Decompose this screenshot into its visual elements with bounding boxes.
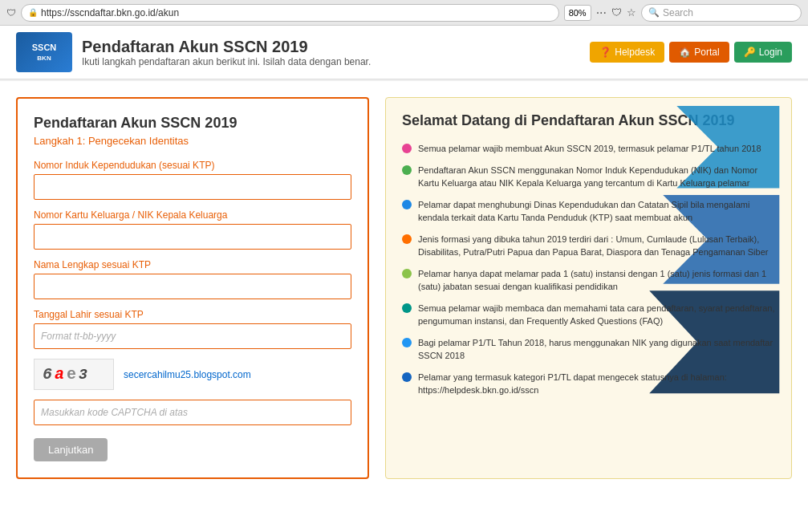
form-panel: Pendaftaran Akun SSCN 2019 Langkah 1: Pe…: [16, 97, 369, 479]
kk-input[interactable]: [34, 224, 351, 250]
form-step: Langkah 1: Pengecekan Identitas: [34, 135, 351, 147]
captcha-link[interactable]: secercahilmu25.blogspot.com: [124, 369, 251, 380]
tanggal-label: Tanggal Lahir sesuai KTP: [34, 309, 351, 320]
info-dot: [402, 303, 412, 313]
info-item-text: Jenis formasi yang dibuka tahun 2019 ter…: [418, 233, 775, 259]
lock-icon: 🔒: [28, 8, 38, 17]
captcha-text: 6ae3: [43, 365, 90, 384]
info-dot: [402, 372, 412, 382]
site-header: SSCNBKN Pendaftaran Akun SSCN 2019 Ikuti…: [0, 26, 808, 79]
info-dot: [402, 338, 412, 347]
page-wrapper: SSCNBKN Pendaftaran Akun SSCN 2019 Ikuti…: [0, 26, 808, 532]
header-left: SSCNBKN Pendaftaran Akun SSCN 2019 Ikuti…: [16, 32, 371, 72]
more-options-icon[interactable]: ···: [596, 6, 607, 20]
portal-icon: 🏠: [679, 47, 691, 58]
bookmark-icon[interactable]: ☆: [627, 6, 636, 18]
form-title: Pendaftaran Akun SSCN 2019: [34, 115, 351, 132]
nik-input[interactable]: [34, 174, 351, 200]
tanggal-group: Tanggal Lahir sesuai KTP: [34, 309, 351, 349]
kk-label: Nomor Kartu Keluarga / NIK Kepala Keluar…: [34, 209, 351, 221]
info-dot: [402, 144, 412, 153]
captcha-input-group: [34, 400, 351, 425]
info-list-item: Semua pelamar wajib membuat Akun SSCN 20…: [402, 142, 775, 156]
info-list-item: Semua pelamar wajib membaca dan memahami…: [402, 302, 775, 328]
header-buttons: ❓ Helpdesk 🏠 Portal 🔑 Login: [590, 42, 792, 63]
info-item-text: Semua pelamar wajib membuat Akun SSCN 20…: [418, 142, 761, 156]
pocket-icon: 🛡: [611, 6, 622, 18]
tanggal-input[interactable]: [34, 323, 351, 349]
search-bar[interactable]: 🔍 Search: [641, 4, 802, 22]
site-subtitle: Ikuti langkah pendaftaran akun berikut i…: [82, 56, 371, 67]
site-logo: SSCNBKN: [16, 32, 72, 72]
login-button[interactable]: 🔑 Login: [734, 42, 792, 63]
captcha-image: 6ae3: [34, 359, 114, 390]
info-item-text: Pelamar yang termasuk kategori P1/TL dap…: [418, 371, 775, 397]
site-title: Pendaftaran Akun SSCN 2019: [82, 38, 371, 56]
portal-button[interactable]: 🏠 Portal: [669, 42, 729, 63]
info-item-text: Pelamar hanya dapat melamar pada 1 (satu…: [418, 267, 775, 294]
info-item-text: Semua pelamar wajib membaca dan memahami…: [418, 302, 775, 328]
info-item-text: Pendaftaran Akun SSCN menggunakan Nomor …: [418, 164, 775, 190]
info-list-item: Jenis formasi yang dibuka tahun 2019 ter…: [402, 233, 775, 259]
main-content: Pendaftaran Akun SSCN 2019 Langkah 1: Pe…: [0, 81, 808, 495]
info-list-item: Pelamar dapat menghubungi Dinas Kependud…: [402, 198, 775, 225]
info-list-item: Pendaftaran Akun SSCN menggunakan Nomor …: [402, 164, 775, 190]
info-dot: [402, 234, 412, 244]
nama-label: Nama Lengkap sesuai KTP: [34, 259, 351, 270]
nama-group: Nama Lengkap sesuai KTP: [34, 259, 351, 299]
info-item-text: Bagi pelamar P1/TL Tahun 2018, harus men…: [418, 336, 775, 363]
info-list-item: Bagi pelamar P1/TL Tahun 2018, harus men…: [402, 336, 775, 363]
security-icon: 🛡: [6, 7, 16, 18]
info-item-text: Pelamar dapat menghubungi Dinas Kependud…: [418, 198, 775, 225]
info-list-item: Pelamar hanya dapat melamar pada 1 (satu…: [402, 267, 775, 294]
lanjutkan-button[interactable]: Lanjutkan: [34, 438, 108, 461]
url-text: https://sscndaftar.bkn.go.id/akun: [41, 7, 552, 18]
helpdesk-icon: ❓: [599, 47, 611, 58]
nik-group: Nomor Induk Kependudukan (sesuai KTP): [34, 160, 351, 200]
info-dot: [402, 200, 412, 209]
search-placeholder: Search: [663, 7, 693, 18]
captcha-input[interactable]: [34, 400, 351, 425]
header-text-area: Pendaftaran Akun SSCN 2019 Ikuti langkah…: [82, 38, 371, 67]
nama-input[interactable]: [34, 274, 351, 299]
search-icon: 🔍: [648, 7, 660, 18]
info-dot: [402, 165, 412, 175]
nik-label: Nomor Induk Kependudukan (sesuai KTP): [34, 160, 351, 171]
zoom-badge: 80%: [564, 5, 591, 21]
info-list-item: Pelamar yang termasuk kategori P1/TL dap…: [402, 371, 775, 397]
url-bar[interactable]: 🔒 https://sscndaftar.bkn.go.id/akun: [21, 4, 559, 22]
captcha-row: 6ae3 secercahilmu25.blogspot.com: [34, 359, 351, 390]
browser-bar: 🛡 🔒 https://sscndaftar.bkn.go.id/akun 80…: [0, 0, 808, 26]
helpdesk-button[interactable]: ❓ Helpdesk: [590, 42, 664, 63]
info-panel: Selamat Datang di Pendaftaran Akun SSCN …: [385, 97, 792, 479]
info-dot: [402, 269, 412, 278]
logo-text: SSCNBKN: [32, 43, 57, 62]
kk-group: Nomor Kartu Keluarga / NIK Kepala Keluar…: [34, 209, 351, 250]
login-icon: 🔑: [744, 47, 756, 58]
info-items-container: Semua pelamar wajib membuat Akun SSCN 20…: [402, 142, 775, 397]
